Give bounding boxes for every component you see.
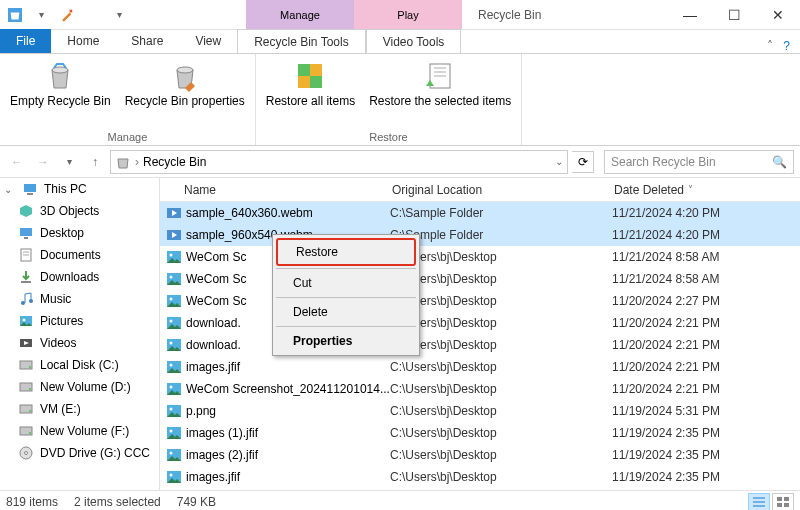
svg-point-43 (170, 364, 173, 367)
file-date-deleted: 11/21/2024 8:58 AM (612, 250, 719, 264)
file-rows[interactable]: sample_640x360.webmC:\Sample Folder11/21… (160, 202, 800, 490)
refresh-button[interactable]: ⟳ (572, 151, 594, 173)
tree-item[interactable]: New Volume (F:) (0, 420, 159, 442)
recent-locations-dropdown[interactable]: ▾ (58, 151, 80, 173)
recycle-bin-properties-button[interactable]: Recycle Bin properties (119, 58, 251, 110)
tree-item[interactable]: New Volume (D:) (0, 376, 159, 398)
table-row[interactable]: WeCom ScC:\Users\bj\Desktop11/21/2024 8:… (160, 268, 800, 290)
file-date-deleted: 11/20/2024 2:21 PM (612, 382, 720, 396)
help-icon[interactable]: ? (783, 39, 790, 53)
context-menu-restore[interactable]: Restore (276, 238, 416, 266)
table-row[interactable]: images.jfifC:\Users\bj\Desktop11/20/2024… (160, 356, 800, 378)
svg-point-25 (29, 410, 31, 412)
contextual-tabs: Manage Play (246, 0, 462, 29)
tree-item-label: Pictures (40, 314, 83, 328)
qat-blank[interactable] (82, 4, 104, 26)
contextual-tab-play[interactable]: Play (354, 0, 462, 29)
table-row[interactable]: download.C:\Users\bj\Desktop11/20/2024 2… (160, 334, 800, 356)
svg-point-39 (170, 320, 173, 323)
navigation-pane[interactable]: ⌄This PC3D ObjectsDesktopDocumentsDownlo… (0, 178, 160, 490)
table-row[interactable]: images (1).jfifC:\Users\bj\Desktop11/19/… (160, 422, 800, 444)
table-row[interactable]: images (2).jfifC:\Users\bj\Desktop11/19/… (160, 444, 800, 466)
tree-item-label: 3D Objects (40, 204, 99, 218)
back-button[interactable]: ← (6, 151, 28, 173)
table-row[interactable]: download.C:\Users\bj\Desktop11/20/2024 2… (160, 312, 800, 334)
file-name: images.jfif (186, 360, 390, 374)
restore-all-items-button[interactable]: Restore all items (260, 58, 361, 110)
svg-point-18 (23, 319, 26, 322)
status-item-count: 819 items (6, 495, 58, 509)
tree-item[interactable]: Downloads (0, 266, 159, 288)
address-bar[interactable]: › Recycle Bin ⌄ (110, 150, 568, 174)
svg-rect-4 (298, 64, 310, 76)
tree-item[interactable]: Music (0, 288, 159, 310)
disk-icon (18, 379, 34, 395)
empty-recycle-bin-button[interactable]: Empty Recycle Bin (4, 58, 117, 110)
tab-file[interactable]: File (0, 29, 51, 53)
tab-home[interactable]: Home (51, 29, 115, 53)
tab-strip: File Home Share View Recycle Bin Tools V… (0, 30, 800, 54)
3d-icon (18, 203, 34, 219)
table-row[interactable]: sample_960x540.webmC:\Sample Folder11/21… (160, 224, 800, 246)
svg-point-35 (170, 276, 173, 279)
table-row[interactable]: images.jfifC:\Users\bj\Desktop11/19/2024… (160, 466, 800, 488)
file-original-location: C:\Users\bj\Desktop (390, 470, 612, 484)
minimize-button[interactable]: — (668, 0, 712, 29)
maximize-button[interactable]: ☐ (712, 0, 756, 29)
file-icon (166, 447, 182, 463)
column-header-date-deleted[interactable]: Date Deleted˅ (614, 183, 800, 197)
tree-item[interactable]: DVD Drive (G:) CCC (0, 442, 159, 464)
tree-item[interactable]: ⌄This PC (0, 178, 159, 200)
tab-share[interactable]: Share (115, 29, 179, 53)
tree-item[interactable]: Pictures (0, 310, 159, 332)
file-date-deleted: 11/20/2024 2:21 PM (612, 316, 720, 330)
table-row[interactable]: WeCom Screenshot_202411201014...C:\Users… (160, 378, 800, 400)
breadcrumb-location[interactable]: Recycle Bin (143, 155, 206, 169)
forward-button[interactable]: → (32, 151, 54, 173)
tree-item[interactable]: Documents (0, 244, 159, 266)
context-menu-separator (276, 297, 416, 298)
column-header-original-location[interactable]: Original Location (392, 183, 614, 197)
qat-app-icon[interactable] (4, 4, 26, 26)
column-headers: Name Original Location Date Deleted˅ (160, 178, 800, 202)
svg-rect-10 (27, 193, 33, 195)
qat-dropdown[interactable]: ▾ (30, 4, 52, 26)
tab-recycle-bin-tools[interactable]: Recycle Bin Tools (237, 29, 366, 53)
file-name: images.jfif (186, 470, 390, 484)
thumbnails-view-button[interactable] (772, 493, 794, 511)
svg-rect-5 (310, 64, 322, 76)
tab-video-tools[interactable]: Video Tools (366, 29, 462, 53)
table-row[interactable]: sample_640x360.webmC:\Sample Folder11/21… (160, 202, 800, 224)
file-date-deleted: 11/21/2024 4:20 PM (612, 206, 720, 220)
tree-item[interactable]: VM (E:) (0, 398, 159, 420)
tab-view[interactable]: View (179, 29, 237, 53)
music-icon (18, 291, 34, 307)
tree-item[interactable]: Desktop (0, 222, 159, 244)
docs-icon (18, 247, 34, 263)
table-row[interactable]: WeCom ScC:\Users\bj\Desktop11/20/2024 2:… (160, 290, 800, 312)
context-menu-properties[interactable]: Properties (275, 329, 417, 353)
column-header-name[interactable]: Name (184, 183, 392, 197)
qat-overflow[interactable]: ▾ (108, 4, 130, 26)
disk-icon (18, 401, 34, 417)
table-row[interactable]: WeCom ScC:\Users\bj\Desktop11/21/2024 8:… (160, 246, 800, 268)
ribbon-collapse-icon[interactable]: ˄ (767, 39, 773, 53)
restore-selected-items-button[interactable]: Restore the selected items (363, 58, 517, 110)
search-box[interactable]: Search Recycle Bin 🔍 (604, 150, 794, 174)
status-bar: 819 items 2 items selected 749 KB (0, 490, 800, 510)
tree-item[interactable]: 3D Objects (0, 200, 159, 222)
tree-item[interactable]: Local Disk (C:) (0, 354, 159, 376)
file-original-location: C:\Users\bj\Desktop (390, 426, 612, 440)
table-row[interactable]: p.pngC:\Users\bj\Desktop11/19/2024 5:31 … (160, 400, 800, 422)
contextual-tab-manage[interactable]: Manage (246, 0, 354, 29)
tree-item[interactable]: Videos (0, 332, 159, 354)
up-button[interactable]: ↑ (84, 151, 106, 173)
details-view-button[interactable] (748, 493, 770, 511)
context-menu-cut[interactable]: Cut (275, 271, 417, 295)
svg-rect-7 (310, 76, 322, 88)
context-menu-delete[interactable]: Delete (275, 300, 417, 324)
qat-properties-icon[interactable] (56, 4, 78, 26)
address-dropdown-icon[interactable]: ⌄ (555, 156, 563, 167)
close-button[interactable]: ✕ (756, 0, 800, 29)
svg-point-15 (21, 301, 25, 305)
